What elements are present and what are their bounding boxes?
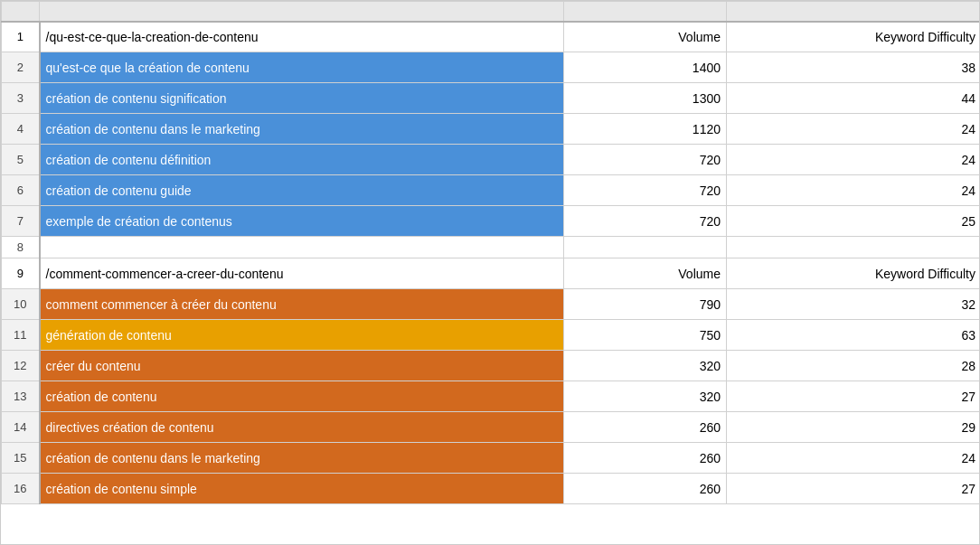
cell-a[interactable]: directives création de contenu <box>40 412 564 443</box>
cell-a[interactable]: /comment-commencer-a-creer-du-contenu <box>40 258 564 289</box>
cell-d[interactable]: 27 <box>727 474 981 504</box>
cell-d[interactable]: 24 <box>727 443 981 474</box>
row-number: 2 <box>2 52 40 83</box>
table-row[interactable]: 10comment commencer à créer du contenu79… <box>2 289 981 320</box>
table-row[interactable]: 6création de contenu guide72024 <box>2 175 981 206</box>
cell-d[interactable]: 63 <box>727 320 981 351</box>
cell-c[interactable]: 1400 <box>564 52 727 83</box>
table-row[interactable]: 9/comment-commencer-a-creer-du-contenuVo… <box>2 258 981 289</box>
spreadsheet: 1/qu-est-ce-que-la-creation-de-contenuVo… <box>0 0 980 545</box>
cell-c[interactable]: 260 <box>564 474 727 504</box>
cell-c[interactable]: 790 <box>564 289 727 320</box>
cell-c[interactable]: 750 <box>564 320 727 351</box>
cell-a[interactable]: création de contenu signification <box>40 83 564 114</box>
cell-c[interactable]: 1120 <box>564 114 727 145</box>
cell-a[interactable]: création de contenu dans le marketing <box>40 114 564 145</box>
cell-d[interactable]: 24 <box>727 114 981 145</box>
col-a-header[interactable] <box>40 2 564 22</box>
cell-a[interactable] <box>40 237 564 258</box>
row-number: 5 <box>2 145 40 175</box>
col-c-header[interactable] <box>564 2 727 22</box>
row-number: 15 <box>2 443 40 474</box>
cell-c[interactable]: Volume <box>564 22 727 52</box>
cell-a[interactable]: comment commencer à créer du contenu <box>40 289 564 320</box>
table-row[interactable]: 8 <box>2 237 981 258</box>
row-number: 6 <box>2 175 40 206</box>
table-row[interactable]: 12créer du contenu32028 <box>2 351 981 381</box>
row-number: 16 <box>2 474 40 504</box>
table-row[interactable]: 3création de contenu signification130044 <box>2 83 981 114</box>
cell-a[interactable]: création de contenu définition <box>40 145 564 175</box>
table-row[interactable]: 11génération de contenu75063 <box>2 320 981 351</box>
row-number: 1 <box>2 22 40 52</box>
cell-c[interactable]: 720 <box>564 145 727 175</box>
cell-c[interactable]: Volume <box>564 258 727 289</box>
cell-a[interactable]: génération de contenu <box>40 320 564 351</box>
cell-c[interactable]: 260 <box>564 443 727 474</box>
row-number: 4 <box>2 114 40 145</box>
row-number: 10 <box>2 289 40 320</box>
cell-d[interactable]: 24 <box>727 145 981 175</box>
cell-a[interactable]: création de contenu <box>40 381 564 412</box>
cell-a[interactable]: qu'est-ce que la création de contenu <box>40 52 564 83</box>
table-row[interactable]: 14directives création de contenu26029 <box>2 412 981 443</box>
cell-d[interactable] <box>727 237 981 258</box>
row-number: 12 <box>2 351 40 381</box>
cell-a[interactable]: créer du contenu <box>40 351 564 381</box>
cell-d[interactable]: 44 <box>727 83 981 114</box>
row-number: 7 <box>2 206 40 237</box>
cell-a[interactable]: /qu-est-ce-que-la-creation-de-contenu <box>40 22 564 52</box>
cell-d[interactable]: 28 <box>727 351 981 381</box>
cell-c[interactable]: 320 <box>564 351 727 381</box>
table-row[interactable]: 16création de contenu simple26027 <box>2 474 981 504</box>
cell-d[interactable]: 24 <box>727 175 981 206</box>
table-row[interactable]: 1/qu-est-ce-que-la-creation-de-contenuVo… <box>2 22 981 52</box>
cell-c[interactable]: 320 <box>564 381 727 412</box>
row-number: 3 <box>2 83 40 114</box>
table-row[interactable]: 15création de contenu dans le marketing2… <box>2 443 981 474</box>
cell-d[interactable]: 38 <box>727 52 981 83</box>
cell-a[interactable]: création de contenu guide <box>40 175 564 206</box>
row-number: 11 <box>2 320 40 351</box>
table-row[interactable]: 4création de contenu dans le marketing11… <box>2 114 981 145</box>
col-d-header[interactable] <box>727 2 981 22</box>
cell-d[interactable]: Keyword Difficulty <box>727 258 981 289</box>
corner-header <box>2 2 40 22</box>
row-number: 8 <box>2 237 40 258</box>
cell-d[interactable]: 27 <box>727 381 981 412</box>
table-row[interactable]: 2qu'est-ce que la création de contenu140… <box>2 52 981 83</box>
table-row[interactable]: 13création de contenu32027 <box>2 381 981 412</box>
cell-a[interactable]: exemple de création de contenus <box>40 206 564 237</box>
cell-d[interactable]: 25 <box>727 206 981 237</box>
row-number: 9 <box>2 258 40 289</box>
cell-c[interactable]: 1300 <box>564 83 727 114</box>
cell-d[interactable]: 29 <box>727 412 981 443</box>
cell-a[interactable]: création de contenu simple <box>40 474 564 504</box>
row-number: 13 <box>2 381 40 412</box>
row-number: 14 <box>2 412 40 443</box>
table-row[interactable]: 7exemple de création de contenus72025 <box>2 206 981 237</box>
cell-c[interactable]: 260 <box>564 412 727 443</box>
cell-c[interactable]: 720 <box>564 175 727 206</box>
cell-d[interactable]: Keyword Difficulty <box>727 22 981 52</box>
cell-a[interactable]: création de contenu dans le marketing <box>40 443 564 474</box>
cell-c[interactable]: 720 <box>564 206 727 237</box>
cell-c[interactable] <box>564 237 727 258</box>
cell-d[interactable]: 32 <box>727 289 981 320</box>
table-row[interactable]: 5création de contenu définition72024 <box>2 145 981 175</box>
